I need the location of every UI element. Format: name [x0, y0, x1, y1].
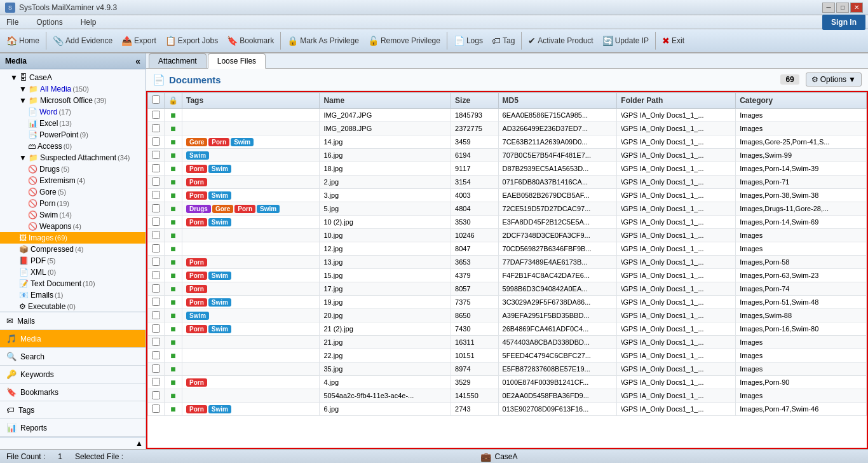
table-row[interactable]: ■PornSwim6.jpg2743013E902708D09F613F16..…	[148, 403, 867, 416]
toolbar-export[interactable]: 📤 Export	[118, 34, 160, 48]
nav-tags[interactable]: 🏷 Tags	[0, 401, 146, 419]
table-row[interactable]: ■DrugsGorePornSwim5.jpg480472CE519D57D27…	[148, 202, 867, 216]
tree-item-suspected[interactable]: ▼ 📁 Suspected Attachment (34)	[0, 152, 146, 163]
row-checkbox[interactable]	[152, 324, 160, 333]
table-row[interactable]: ■PornSwim15.jpg4379F4F2B1F4C8AC42DA7E6..…	[148, 269, 867, 282]
tree-item-swim[interactable]: 🚫 Swim (14)	[0, 209, 146, 221]
toolbar-bookmark[interactable]: 🔖 Bookmark	[223, 34, 278, 48]
table-row[interactable]: ■Porn13.jpg365377DAF73489E4AE6173B...\GP…	[148, 256, 867, 269]
table-row[interactable]: ■PornSwim3.jpg4003EAEB0582B2679DCB5AF...…	[148, 189, 867, 202]
col-name[interactable]: Name	[320, 93, 451, 109]
table-row[interactable]: ■22.jpg101515FEED4C4794C6CBFC27...\GPS I…	[148, 349, 867, 363]
table-row[interactable]: ■PornSwim19.jpg73753C3029A29F5F6738DA86.…	[148, 296, 867, 309]
row-checkbox[interactable]	[152, 204, 160, 212]
table-row[interactable]: ■Porn17.jpg80575998B6D3C940842A0EA...\GP…	[148, 282, 867, 296]
options-button[interactable]: ⚙ Options ▼	[806, 73, 862, 86]
nav-mails[interactable]: ✉ Mails	[0, 312, 146, 330]
row-checkbox[interactable]	[152, 164, 160, 172]
maximize-button[interactable]: □	[836, 3, 849, 13]
menu-options[interactable]: Options	[32, 17, 66, 28]
table-row[interactable]: ■Swim16.jpg6194707B0C5E7B54F4F481E7...\G…	[148, 149, 867, 162]
col-category[interactable]: Category	[736, 93, 867, 109]
select-all-checkbox[interactable]	[152, 95, 160, 104]
tree-item-access[interactable]: 🗃 Access (0)	[0, 141, 146, 152]
tab-loose-files[interactable]: Loose Files	[208, 53, 266, 69]
toolbar-add-evidence[interactable]: 📎 Add Evidence	[49, 34, 116, 48]
tab-attachment[interactable]: Attachment	[149, 53, 207, 68]
tree-item-weapons[interactable]: 🚫 Weapons (4)	[0, 221, 146, 232]
tree-item-all-media[interactable]: ▼ 📁 All Media (150)	[0, 83, 146, 95]
table-row[interactable]: ■Porn2.jpg3154071F6DB80A37B1416CA...\GPS…	[148, 176, 867, 189]
row-checkbox[interactable]	[152, 218, 160, 226]
toolbar-activate[interactable]: ✔ Activate Product	[524, 34, 597, 48]
tree-item-drugs[interactable]: 🚫 Drugs (5)	[0, 163, 146, 175]
row-checkbox[interactable]	[152, 298, 160, 306]
toolbar-mark-privilege[interactable]: 🔒 Mark As Privilege	[283, 34, 363, 48]
tree-item-pdf[interactable]: 📕 PDF (5)	[0, 255, 146, 266]
tree-item-text[interactable]: 📝 Text Document (10)	[0, 278, 146, 289]
tree-item-ms-office[interactable]: ▼ 📁 Microsoft Office (39)	[0, 95, 146, 106]
table-row[interactable]: ■5054aa2c-9fb4-11e3-ac4e-...1415500E2AA0…	[148, 389, 867, 403]
col-folder[interactable]: Folder Path	[617, 93, 736, 109]
col-md5[interactable]: MD5	[498, 93, 617, 109]
tree-item-emails[interactable]: 📧 Emails (1)	[0, 289, 146, 301]
table-row[interactable]: ■GorePornSwim14.jpg34597CE63B211A2639A09…	[148, 135, 867, 149]
sign-in-button[interactable]: Sign In	[822, 15, 865, 30]
tree-item-xml[interactable]: 📄 XML (0)	[0, 266, 146, 278]
table-row[interactable]: ■21.jpg163114574403A8CBAD338DBD...\GPS I…	[148, 336, 867, 349]
row-checkbox[interactable]	[152, 191, 160, 199]
nav-media[interactable]: 🎵 Media	[0, 330, 146, 348]
table-row[interactable]: ■PornSwim21 (2).jpg743026B4869FCA461ADF0…	[148, 322, 867, 336]
tree-item-porn[interactable]: 🚫 Porn (19)	[0, 198, 146, 209]
tree-item-executable[interactable]: ⚙ Executable (0)	[0, 301, 146, 312]
tree-item-images[interactable]: 🖼 Images (69)	[0, 232, 146, 244]
row-checkbox[interactable]	[152, 404, 160, 413]
menu-help[interactable]: Help	[77, 17, 100, 28]
row-checkbox[interactable]	[152, 177, 160, 186]
row-checkbox[interactable]	[152, 231, 160, 239]
menu-file[interactable]: File	[3, 17, 22, 28]
row-checkbox[interactable]	[152, 271, 160, 279]
close-button[interactable]: ✕	[850, 3, 863, 13]
expand-icon[interactable]: ▲	[135, 439, 143, 448]
toolbar-update-ip[interactable]: 🔄 Update IP	[599, 34, 653, 48]
row-checkbox[interactable]	[152, 258, 160, 266]
table-row[interactable]: ■Swim20.jpg8650A39EFA2951F5BD35BBD...\GP…	[148, 309, 867, 322]
tree-item-word[interactable]: 📄 Word (17)	[0, 106, 146, 118]
nav-bookmarks[interactable]: 🔖 Bookmarks	[0, 384, 146, 401]
row-checkbox[interactable]	[152, 338, 160, 346]
toolbar-remove-privilege[interactable]: 🔓 Remove Privilege	[364, 34, 444, 48]
nav-search[interactable]: 🔍 Search	[0, 348, 146, 366]
nav-keywords[interactable]: 🔑 Keywords	[0, 366, 146, 384]
table-row[interactable]: ■35.jpg8974E5FB872837608BE57E19...\GPS I…	[148, 363, 867, 376]
row-checkbox[interactable]	[152, 111, 160, 119]
row-checkbox[interactable]	[152, 244, 160, 252]
table-row[interactable]: ■12.jpg804770CD569827B6346FBF9B...\GPS I…	[148, 242, 867, 256]
minimize-button[interactable]: ─	[822, 3, 835, 13]
sidebar-collapse-button[interactable]: «	[135, 56, 140, 66]
toolbar-exit[interactable]: ✖ Exit	[658, 34, 688, 48]
tree-item-gore[interactable]: 🚫 Gore (5)	[0, 186, 146, 198]
tree-item-extremism[interactable]: 🚫 Extremism (4)	[0, 175, 146, 186]
toolbar-home[interactable]: 🏠 Home	[3, 34, 43, 48]
row-checkbox[interactable]	[152, 391, 160, 399]
toolbar-export-jobs[interactable]: 📋 Export Jobs	[161, 34, 222, 48]
col-tags[interactable]: Tags	[182, 93, 320, 109]
tree-item-casea[interactable]: ▼ 🗄 CaseA	[0, 72, 146, 83]
table-row[interactable]: ■PornSwim18.jpg9117D87B2939EC5A1A5653D..…	[148, 162, 867, 176]
nav-reports[interactable]: 📊 Reports	[0, 419, 146, 437]
tree-item-excel[interactable]: 📊 Excel (13)	[0, 118, 146, 129]
table-row[interactable]: ■IMG_2088.JPG2372775AD3266499E236D37ED7.…	[148, 122, 867, 135]
row-checkbox[interactable]	[152, 351, 160, 359]
table-row[interactable]: ■IMG_2047.JPG18457936EAA0E8586E715CA985.…	[148, 109, 867, 122]
row-checkbox[interactable]	[152, 311, 160, 319]
row-checkbox[interactable]	[152, 151, 160, 159]
row-checkbox[interactable]	[152, 364, 160, 373]
tree-item-compressed[interactable]: 📦 Compressed (4)	[0, 244, 146, 255]
row-checkbox[interactable]	[152, 378, 160, 386]
row-checkbox[interactable]	[152, 137, 160, 146]
table-row[interactable]: ■PornSwim10 (2).jpg3530E3FA8DD45F2B12C5E…	[148, 216, 867, 229]
row-checkbox[interactable]	[152, 124, 160, 132]
toolbar-tag[interactable]: 🏷 Tag	[488, 34, 519, 48]
col-size[interactable]: Size	[451, 93, 498, 109]
